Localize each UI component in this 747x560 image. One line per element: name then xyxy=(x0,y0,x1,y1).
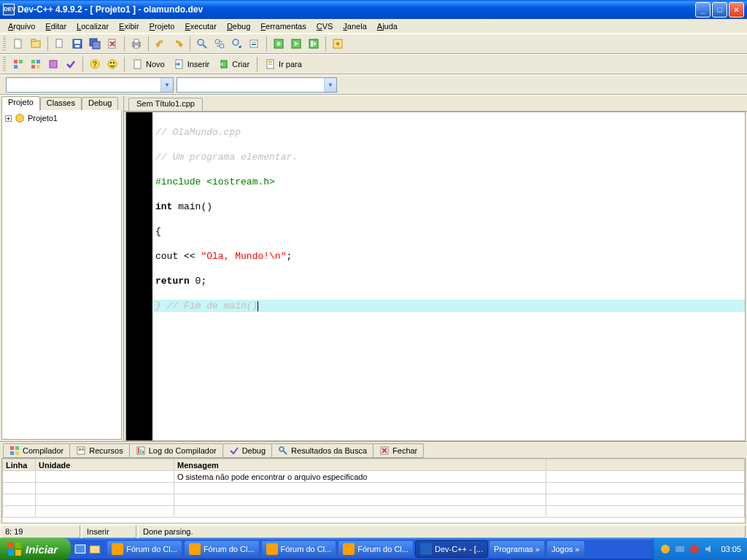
menu-arquivo[interactable]: Arquivo xyxy=(3,20,40,32)
svg-point-65 xyxy=(661,545,670,553)
col-mensagem[interactable]: Mensagem xyxy=(174,459,546,471)
svg-rect-63 xyxy=(75,545,85,553)
print-button[interactable] xyxy=(128,36,144,52)
close-file-button[interactable] xyxy=(104,36,120,52)
tab-fechar[interactable]: Fechar xyxy=(373,443,424,458)
menu-cvs[interactable]: CVS xyxy=(311,20,338,32)
svg-rect-59 xyxy=(8,542,14,548)
redo-button[interactable] xyxy=(170,36,186,52)
menu-editar[interactable]: Editar xyxy=(40,20,71,32)
taskbar-item[interactable]: Fórum do Cl... xyxy=(338,540,414,558)
grid-row[interactable] xyxy=(3,494,745,506)
undo-button[interactable] xyxy=(152,36,169,52)
grid-header-row: Linha Unidade Mensagem xyxy=(3,459,745,471)
project-tree[interactable]: + Projeto1 xyxy=(1,110,122,440)
find-next-button[interactable] xyxy=(229,36,245,52)
tab-debug[interactable]: Debug xyxy=(82,97,118,110)
tab-recursos[interactable]: Recursos xyxy=(69,443,129,458)
svg-rect-32 xyxy=(36,65,40,69)
toolbar-grip[interactable] xyxy=(3,36,6,51)
maximize-button[interactable]: □ xyxy=(712,2,727,18)
taskbar-group[interactable]: Programas » xyxy=(489,540,545,558)
svg-point-36 xyxy=(108,60,117,69)
class-browser-button[interactable] xyxy=(28,56,44,72)
taskbar-item[interactable]: Fórum do Cl... xyxy=(261,540,337,558)
menu-projeto[interactable]: Projeto xyxy=(144,20,180,32)
svg-point-67 xyxy=(690,545,699,553)
grid-row[interactable]: O sistema não pode encontrar o arquivo e… xyxy=(3,471,745,483)
find-button[interactable] xyxy=(194,36,210,52)
bookmark-button[interactable] xyxy=(45,56,61,72)
compile-run-button[interactable] xyxy=(306,36,322,52)
taskbar-item[interactable]: Fórum do Cl... xyxy=(107,540,182,558)
open-button[interactable] xyxy=(52,36,68,52)
editor[interactable]: // OlaMundo.cpp // Um programa elementar… xyxy=(125,112,746,441)
tray-icon[interactable] xyxy=(689,543,700,555)
goto-line-button[interactable] xyxy=(247,36,263,52)
file-tab[interactable]: Sem Título1.cpp xyxy=(128,98,203,111)
goto-button[interactable]: Ir para xyxy=(261,56,306,72)
svg-rect-30 xyxy=(36,60,40,63)
tab-compilador[interactable]: Compilador xyxy=(3,443,70,458)
tab-classes[interactable]: Classes xyxy=(40,97,82,110)
save-all-button[interactable] xyxy=(87,36,103,52)
firefox-icon xyxy=(189,543,201,555)
new-class-button[interactable] xyxy=(10,56,26,72)
col-empty[interactable] xyxy=(546,459,745,471)
class-combo[interactable]: ▼ xyxy=(6,77,174,93)
start-button[interactable]: Iniciar xyxy=(0,538,71,560)
tab-log[interactable]: Log do Compilador xyxy=(129,443,223,458)
taskbar-item-active[interactable]: Dev-C++ - [... xyxy=(415,540,488,558)
create-button[interactable]: Criar xyxy=(214,56,253,72)
debug-check-button[interactable] xyxy=(63,56,79,72)
expand-icon[interactable]: + xyxy=(5,115,12,122)
method-combo[interactable]: ▼ xyxy=(177,77,337,93)
save-button[interactable] xyxy=(69,36,85,52)
help-button[interactable]: ? xyxy=(87,56,103,72)
tree-root-node[interactable]: + Projeto1 xyxy=(4,112,120,125)
insert-button[interactable]: Inserir xyxy=(170,56,214,72)
col-linha[interactable]: Linha xyxy=(3,459,36,471)
menu-executar[interactable]: Executar xyxy=(179,20,221,32)
close-button[interactable]: × xyxy=(729,2,744,18)
volume-icon[interactable] xyxy=(703,543,715,555)
titlebar: DEV Dev-C++ 4.9.9.2 - [ Projeto1 ] - ola… xyxy=(0,0,747,19)
tray-clock[interactable]: 03:05 xyxy=(721,545,741,553)
menu-exibir[interactable]: Exibir xyxy=(114,20,144,32)
menu-ajuda[interactable]: Ajuda xyxy=(372,20,403,32)
code-area[interactable]: // OlaMundo.cpp // Um programa elementar… xyxy=(152,112,745,440)
about-button[interactable] xyxy=(104,56,120,72)
show-desktop-icon[interactable] xyxy=(74,542,87,556)
compile-button[interactable] xyxy=(271,36,287,52)
toolbar-2: ? Novo Inserir Criar Ir para xyxy=(0,54,747,74)
tray-icon[interactable] xyxy=(659,543,671,555)
dropdown-icon[interactable]: ▼ xyxy=(324,78,336,92)
new-source-button[interactable] xyxy=(10,36,26,52)
svg-rect-60 xyxy=(15,542,21,548)
rebuild-button[interactable] xyxy=(330,36,346,52)
replace-button[interactable] xyxy=(212,36,228,52)
minimize-button[interactable]: _ xyxy=(695,2,711,18)
new-project-button[interactable] xyxy=(28,36,44,52)
taskbar-group[interactable]: Jogos » xyxy=(546,540,585,558)
toolbar-grip[interactable] xyxy=(3,57,6,71)
svg-rect-5 xyxy=(74,40,80,44)
menu-ferramentas[interactable]: Ferramentas xyxy=(255,20,311,32)
svg-point-38 xyxy=(113,62,115,63)
compiler-grid[interactable]: Linha Unidade Mensagem O sistema não pod… xyxy=(1,458,746,524)
tab-projeto[interactable]: Projeto xyxy=(1,96,40,111)
grid-row[interactable] xyxy=(3,483,745,494)
menu-janela[interactable]: Janela xyxy=(338,20,371,32)
tray-icon[interactable] xyxy=(674,543,686,555)
explorer-icon[interactable] xyxy=(88,542,101,556)
grid-row[interactable] xyxy=(3,506,745,518)
dropdown-icon[interactable]: ▼ xyxy=(160,78,173,92)
run-button[interactable] xyxy=(288,36,304,52)
taskbar-item[interactable]: Fórum do Cl... xyxy=(184,540,260,558)
new-file-button[interactable]: Novo xyxy=(128,56,169,72)
tab-resultados[interactable]: Resultados da Busca xyxy=(271,443,374,458)
tab-debug-bottom[interactable]: Debug xyxy=(222,443,272,458)
menu-debug[interactable]: Debug xyxy=(222,20,255,32)
menu-localizar[interactable]: Localizar xyxy=(71,20,114,32)
col-unidade[interactable]: Unidade xyxy=(36,459,174,471)
